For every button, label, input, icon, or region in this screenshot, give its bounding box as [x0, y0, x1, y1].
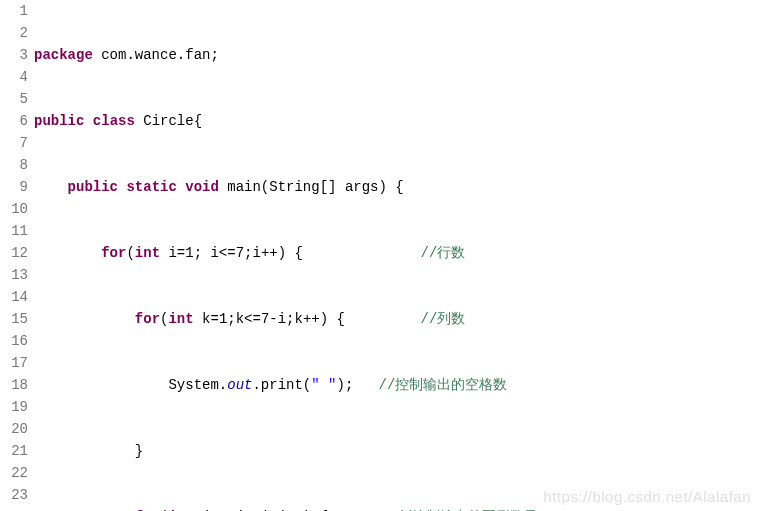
plain: ( [126, 245, 134, 261]
keyword-package: package [34, 47, 93, 63]
whitespace [345, 311, 421, 327]
line-number: 21 [0, 440, 28, 462]
code-line: for(int k=1;k<=7-i;k++) { //列数 [34, 308, 761, 330]
class-name: Circle{ [143, 113, 202, 129]
indent [34, 245, 101, 261]
keyword-int: int [168, 311, 193, 327]
line-number: 7 [0, 132, 28, 154]
indent [34, 179, 68, 195]
comment: //列数 [421, 311, 466, 327]
package-name: com.wance.fan; [93, 47, 219, 63]
code-line: package com.wance.fan; [34, 44, 761, 66]
plain: .print( [252, 377, 311, 393]
line-number: 1 [0, 0, 28, 22]
line-number: 9 [0, 176, 28, 198]
plain: ); [336, 377, 353, 393]
string-literal: " " [311, 377, 336, 393]
plain: System. [168, 377, 227, 393]
whitespace [353, 377, 378, 393]
line-number: 19 [0, 396, 28, 418]
plain: i=1; i<=7;i++) { [160, 245, 303, 261]
line-number: 20 [0, 418, 28, 440]
method-signature: main(String[] args) { [219, 179, 404, 195]
code-editor: 1 2 3 4 5 6 7 8 9 10 11 12 13 14 15 16 1… [0, 0, 761, 511]
keyword-public: public [34, 113, 84, 129]
line-number: 12 [0, 242, 28, 264]
line-number: 15 [0, 308, 28, 330]
line-number: 23 [0, 484, 28, 506]
indent [34, 443, 135, 459]
line-number: 2 [0, 22, 28, 44]
line-number: 13 [0, 264, 28, 286]
line-number: 22 [0, 462, 28, 484]
brace: } [135, 443, 143, 459]
whitespace [303, 245, 421, 261]
indent [34, 311, 135, 327]
keyword-static: static [118, 179, 185, 195]
keyword-void: void [185, 179, 219, 195]
code-line: public class Circle{ [34, 110, 761, 132]
line-number: 8 [0, 154, 28, 176]
watermark-text: https://blog.csdn.net/Alalafan [543, 488, 751, 505]
comment: //控制输出的空格数 [379, 377, 508, 393]
code-line: for(int j=1;j<=i;j++) { //控制输出的图形数量 [34, 506, 761, 511]
line-number-gutter: 1 2 3 4 5 6 7 8 9 10 11 12 13 14 15 16 1… [0, 0, 34, 511]
line-number: 11 [0, 220, 28, 242]
line-number: 17 [0, 352, 28, 374]
keyword-int: int [135, 245, 160, 261]
keyword-for: for [101, 245, 126, 261]
code-line: } [34, 440, 761, 462]
line-number: 14 [0, 286, 28, 308]
line-number: 4 [0, 66, 28, 88]
keyword-public: public [68, 179, 118, 195]
line-number: 5 [0, 88, 28, 110]
comment: //行数 [421, 245, 466, 261]
indent [34, 377, 168, 393]
keyword-class: class [84, 113, 143, 129]
line-number: 3 [0, 44, 28, 66]
code-line: System.out.print(" "); //控制输出的空格数 [34, 374, 761, 396]
code-line: for(int i=1; i<=7;i++) { //行数 [34, 242, 761, 264]
code-area[interactable]: package com.wance.fan; public class Circ… [34, 0, 761, 511]
plain: k=1;k<=7-i;k++) { [194, 311, 345, 327]
code-line: public static void main(String[] args) { [34, 176, 761, 198]
line-number: 18 [0, 374, 28, 396]
line-number: 10 [0, 198, 28, 220]
line-number: 16 [0, 330, 28, 352]
keyword-for: for [135, 311, 160, 327]
field-out: out [227, 377, 252, 393]
line-number: 6 [0, 110, 28, 132]
